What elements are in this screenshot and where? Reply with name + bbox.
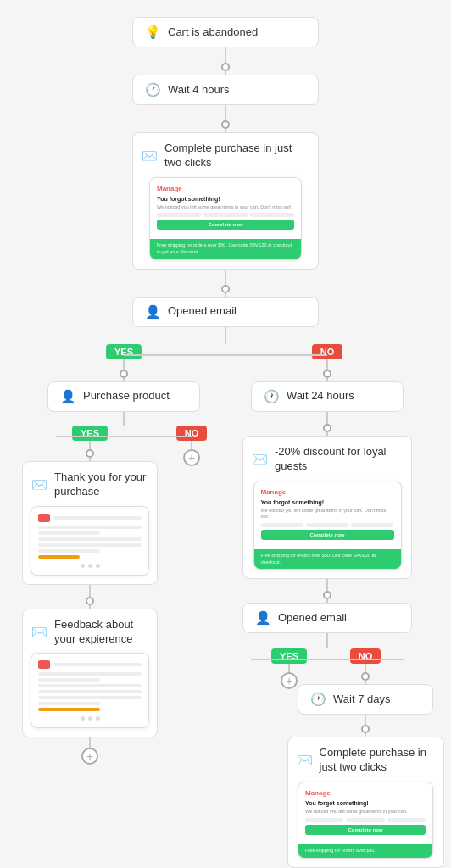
email-btn-3: Complete now: [305, 825, 426, 835]
connector-dot-2: [221, 120, 230, 129]
discount-connector: [326, 579, 328, 591]
no-sub-conn: [191, 441, 192, 449]
email-fields-2: [261, 523, 394, 527]
email-preview-2: Manage You forgot something! We noticed …: [253, 481, 402, 570]
f-line-4: [38, 690, 142, 693]
email-footer-3: Free shipping for orders over $50.: [298, 844, 432, 858]
yes-badge-1: YES: [106, 344, 142, 359]
email-icon-5: ✉️: [297, 753, 313, 768]
wait-4h-node[interactable]: 🕐 Wait 4 hours: [132, 75, 319, 105]
email-icon-4: ✉️: [252, 452, 268, 467]
email-title-3: You forgot something!: [305, 800, 426, 806]
email-fields-3: [305, 818, 426, 822]
f-dot-2: [88, 716, 92, 721]
wait-7d-label: Wait 7 days: [333, 693, 390, 707]
letter-dots: [38, 564, 142, 568]
connector-3: [225, 270, 226, 285]
opened-email-1-node[interactable]: 👤 Opened email: [132, 297, 319, 327]
email-footer-2: Free shipping for orders over $50. Use c…: [254, 549, 401, 569]
sub-branch-row: YES ✉️ Thank you for your purchase: [22, 426, 226, 765]
wait7-connector-b: [365, 733, 366, 737]
no-sub-dot-2: [323, 424, 331, 432]
email-icon-1: ✉️: [142, 148, 158, 164]
email2-connector: [326, 633, 328, 648]
feedback-card: [31, 653, 149, 728]
complete-purchase-2-node[interactable]: ✉️ Complete purchase in just two clicks …: [287, 737, 444, 867]
feedback-connector: [89, 737, 91, 748]
email-title-2: You forgot something!: [261, 499, 394, 505]
email-icon-2: ✉️: [31, 477, 47, 492]
thank-dot: [86, 597, 94, 605]
complete-purchase-1-node[interactable]: ✉️ Complete purchase in just two clicks …: [132, 132, 319, 270]
wait-24h-label: Wait 24 hours: [287, 389, 354, 403]
email-preview-3: Manage You forgot something! We noticed …: [298, 782, 433, 858]
letter-line-1: [38, 526, 142, 529]
letter-line-4: [38, 543, 142, 547]
f-line-2: [38, 678, 100, 682]
person-icon-3: 👤: [255, 610, 271, 626]
feedback-header: ✉️ Feedback about your expierence: [31, 618, 148, 647]
complete-purchase-1-label: Complete purchase in just two clicks: [164, 142, 309, 170]
yes-branch: YES 👤 Purchase product YES: [22, 344, 226, 868]
f-orange: [38, 708, 100, 711]
complete-purchase-2-label: Complete purchase in just two clicks: [320, 746, 435, 775]
clock-icon-3: 🕐: [310, 692, 326, 707]
add-button-yes-2[interactable]: +: [281, 672, 298, 689]
field-9: [387, 818, 426, 822]
no-badge-sub: NO: [176, 426, 208, 441]
field-8: [346, 818, 384, 822]
clock-icon: 🕐: [145, 82, 161, 97]
yes-2-conn: [288, 664, 290, 672]
f-dots: [38, 716, 142, 721]
yes-sub-dot: [86, 449, 94, 458]
wait-24h-node[interactable]: 🕐 Wait 24 hours: [251, 381, 404, 412]
f-line-3: [38, 684, 142, 687]
email-footer-text-2: Free shipping for orders over $50. Use c…: [261, 553, 394, 565]
discount-node[interactable]: ✉️ -20% discount for loyal guests Manage…: [242, 436, 412, 580]
email-footer-text-3: Free shipping for orders over $50.: [305, 848, 426, 854]
field-1: [157, 213, 201, 217]
no-2-dot: [361, 672, 370, 681]
no-badge-2: NO: [350, 648, 381, 664]
purchase-product-node[interactable]: 👤 Purchase product: [47, 381, 200, 412]
feedback-label: Feedback about your expierence: [54, 618, 148, 647]
thank-you-node[interactable]: ✉️ Thank you for your purchase: [22, 461, 158, 585]
field-2: [203, 213, 248, 217]
add-button-1[interactable]: +: [81, 748, 98, 765]
wait-4h-label: Wait 4 hours: [168, 83, 230, 97]
email-card-inner-1: Manage You forgot something! We noticed …: [150, 178, 301, 240]
cart-abandoned-node[interactable]: 💡 Cart is abandoned: [132, 17, 319, 47]
wait-7d-node[interactable]: 🕐 Wait 7 days: [298, 684, 433, 715]
yes-sub-conn-b: [89, 458, 91, 461]
yes-badge-2: YES: [72, 426, 108, 441]
letter-line-5: [38, 549, 100, 553]
email-preview-1: Manage You forgot something! We noticed …: [149, 177, 302, 260]
field-5: [306, 523, 348, 527]
branch-hline-1: [124, 354, 327, 356]
no-branch: NO 🕐 Wait 24 hours ✉️ -20% discount for …: [226, 344, 429, 868]
sub-hline: [56, 436, 192, 437]
sub-connector-1: [123, 412, 125, 426]
branch-row-2: YES + NO 🕐 Wait 7 days: [226, 648, 429, 868]
feedback-node[interactable]: ✉️ Feedback about your expierence: [22, 609, 158, 738]
no-badge-1: NO: [312, 344, 343, 359]
lightbulb-icon: 💡: [145, 25, 161, 40]
email-fields-1: [157, 213, 294, 217]
connector-4: [225, 327, 226, 344]
connector-dot-3: [221, 285, 230, 293]
branch-hline-2: [251, 659, 404, 660]
yes-sub-conn: [89, 441, 91, 449]
purchase-product-label: Purchase product: [83, 389, 170, 403]
field-6: [351, 523, 393, 527]
discount-dot: [323, 591, 331, 599]
yes-sub-branch: YES ✉️ Thank you for your purchase: [22, 426, 158, 765]
email-btn-2: Complete now: [261, 530, 394, 540]
opened-email-1-label: Opened email: [168, 304, 237, 319]
opened-email-2-node[interactable]: 👤 Opened email: [242, 603, 412, 633]
yes-connector-1: [123, 359, 125, 370]
cart-abandoned-label: Cart is abandoned: [168, 25, 258, 40]
thank-you-header: ✉️ Thank you for your purchase: [31, 470, 148, 499]
dot-1: [81, 564, 85, 568]
opened-email-2-label: Opened email: [278, 611, 347, 626]
add-button-no-sub[interactable]: +: [183, 449, 200, 466]
